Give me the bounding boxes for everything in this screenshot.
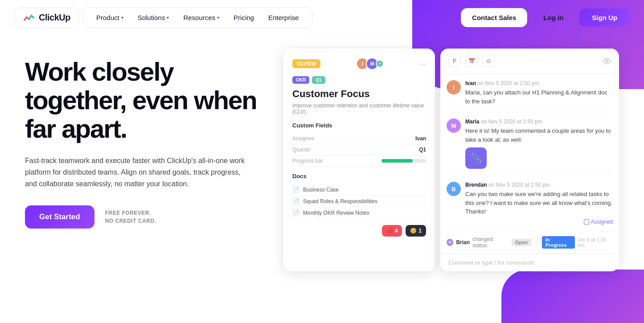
- hero-left: Work closely together, even when far apa…: [25, 53, 266, 229]
- avatar-brendan-comment: B: [447, 182, 461, 196]
- navbar: ClickUp Product ▾ Solutions ▾ Resources …: [0, 0, 644, 35]
- status-change-row: B Brian changed status: Open → In Progre…: [447, 232, 613, 253]
- emoji-button-red[interactable]: 🔴 4: [382, 225, 402, 237]
- progress-bar-fill: [381, 159, 413, 163]
- doc-icon-1: 📄: [292, 186, 299, 193]
- get-started-button[interactable]: Get Started: [25, 205, 94, 229]
- emoji-count-dark: 1: [418, 228, 422, 234]
- avatar-plus: +: [376, 60, 384, 68]
- doc-item-1[interactable]: 📄 Business Case: [292, 184, 426, 196]
- resources-chevron-icon: ▾: [217, 15, 219, 20]
- comment-list: I Ivan on Nov 5 2020 at 2:50 pm Maria, c…: [440, 74, 619, 253]
- nav-solutions[interactable]: Solutions ▾: [131, 11, 176, 24]
- hero-right: REVIEW I M + ··· OKR Q1 Customer Focus I…: [283, 49, 619, 271]
- avatar-ivan-comment: I: [447, 80, 461, 94]
- comment-header-brendan: Brendan on Nov 5 2020 at 2:50 pm: [465, 182, 613, 188]
- product-chevron-icon: ▾: [121, 15, 123, 20]
- comment-text-brendan: Can you two make sure we're adding all r…: [465, 190, 613, 216]
- comments-card: P 📅 ⊙ I Ivan on Nov 5 2020 at 2:50: [440, 49, 619, 271]
- emoji-count-red: 4: [395, 228, 398, 234]
- tag-q1: Q1: [312, 76, 325, 84]
- status-open-badge: Open: [512, 239, 531, 246]
- emoji-smile-icon: 😊: [410, 228, 417, 234]
- docs-label: Docs: [292, 173, 426, 180]
- hero-section: Work closely together, even when far apa…: [0, 35, 644, 271]
- avatar-maria-comment: M: [447, 119, 461, 133]
- progress-bar: [381, 159, 426, 163]
- field-progress: Progress bar: [292, 155, 426, 167]
- comment-header-ivan: Ivan on Nov 5 2020 at 2:50 pm: [465, 80, 613, 86]
- signup-button[interactable]: Sign Up: [579, 8, 630, 27]
- comments-toolbar: P 📅 ⊙: [440, 49, 619, 74]
- contact-sales-button[interactable]: Contact Sales: [461, 8, 527, 27]
- nav-right: Contact Sales Log in Sign Up: [461, 8, 630, 27]
- toolbar-target-icon[interactable]: ⊙: [482, 55, 495, 67]
- checkbox-icon: [584, 219, 589, 225]
- logo[interactable]: ClickUp: [14, 8, 79, 28]
- dots-menu-icon[interactable]: ···: [419, 59, 426, 69]
- comment-ivan: I Ivan on Nov 5 2020 at 2:50 pm Maria, c…: [447, 74, 613, 112]
- docs-section: Docs 📄 Business Case 📄 Squad Roles & Res…: [292, 173, 426, 219]
- hero-title: Work closely together, even when far apa…: [25, 57, 266, 143]
- tag-okr: OKR: [292, 76, 309, 84]
- toolbar-calendar-icon[interactable]: 📅: [465, 55, 478, 67]
- clickup-logo-icon: [23, 12, 35, 24]
- comment-body-brendan: Brendan on Nov 5 2020 at 2:50 pm Can you…: [465, 182, 613, 225]
- custom-fields-label: Custom Fields: [292, 122, 426, 129]
- avatar-group: I M +: [356, 57, 384, 70]
- nav-pricing[interactable]: Pricing: [227, 11, 260, 24]
- login-button[interactable]: Log in: [533, 8, 574, 27]
- doc-item-3[interactable]: 📄 Monthly OKR Review Notes: [292, 207, 426, 219]
- comment-header-maria: Maria on Nov 5 2020 at 2:50 pm: [465, 119, 613, 125]
- status-actor: Brian: [456, 239, 470, 245]
- toolbar-icons: P 📅 ⊙: [448, 55, 495, 67]
- doc-item-2[interactable]: 📄 Squad Roles & Responsibilities: [292, 196, 426, 207]
- solutions-chevron-icon: ▾: [167, 15, 169, 20]
- doc-icon-3: 📄: [292, 209, 299, 216]
- doc-icon-2: 📄: [292, 198, 299, 204]
- nav-enterprise[interactable]: Enterprise: [262, 11, 305, 24]
- brian-avatar: B: [447, 239, 453, 246]
- toolbar-p-icon[interactable]: P: [448, 55, 461, 67]
- status-action-text: changed status:: [472, 236, 509, 249]
- nav-links-container: Product ▾ Solutions ▾ Resources ▾ Pricin…: [82, 7, 312, 28]
- status-time: Jan 8 at 1:18 am: [578, 237, 613, 248]
- comment-text-maria: Here it is! My team commented a couple a…: [465, 127, 613, 144]
- task-card-header: REVIEW I M + ···: [292, 57, 426, 70]
- emoji-fire-icon: 🔴: [386, 228, 393, 234]
- assigned-checkbox[interactable]: Assigned: [584, 219, 613, 225]
- attachment-icon[interactable]: 📎: [465, 147, 487, 169]
- task-card: REVIEW I M + ··· OKR Q1 Customer Focus I…: [283, 49, 435, 271]
- tag-row: OKR Q1: [292, 76, 426, 84]
- nav-resources[interactable]: Resources ▾: [177, 11, 226, 24]
- free-forever-text: FREE FOREVER. NO CREDIT CARD.: [105, 209, 156, 225]
- comment-brendan: B Brendan on Nov 5 2020 at 2:50 pm Can y…: [447, 176, 613, 232]
- hero-actions: Get Started FREE FOREVER. NO CREDIT CARD…: [25, 205, 266, 229]
- comment-body-maria: Maria on Nov 5 2020 at 2:50 pm Here it i…: [465, 119, 613, 169]
- comment-input[interactable]: Comment or type / for commands: [440, 253, 619, 271]
- status-inprogress-badge: In Progress: [542, 236, 575, 249]
- eye-icon[interactable]: [603, 57, 611, 65]
- field-quarter: Quarter Q1: [292, 144, 426, 155]
- status-arrow-icon: →: [534, 239, 539, 245]
- task-title: Customer Focus: [292, 88, 426, 100]
- hero-subtitle: Fast-track teamwork and execute faster w…: [25, 155, 248, 189]
- task-description: Improve customer retention and customer …: [292, 102, 426, 115]
- field-assignee: Assignee Ivan: [292, 133, 426, 144]
- comment-body-ivan: Ivan on Nov 5 2020 at 2:50 pm Maria, can…: [465, 80, 613, 106]
- comment-maria: M Maria on Nov 5 2020 at 2:50 pm Here it…: [447, 112, 613, 176]
- review-badge: REVIEW: [292, 59, 320, 68]
- bg-blob-bottom-right: [501, 270, 644, 323]
- logo-text: ClickUp: [39, 12, 70, 23]
- emoji-button-dark[interactable]: 😊 1: [406, 225, 426, 237]
- task-card-footer: 🔴 4 😊 1: [292, 225, 426, 237]
- comment-text-ivan: Maria, can you attach our H1 Planning & …: [465, 88, 613, 106]
- nav-product[interactable]: Product ▾: [90, 11, 130, 24]
- nav-left: ClickUp Product ▾ Solutions ▾ Resources …: [14, 7, 312, 28]
- svg-point-0: [606, 60, 608, 62]
